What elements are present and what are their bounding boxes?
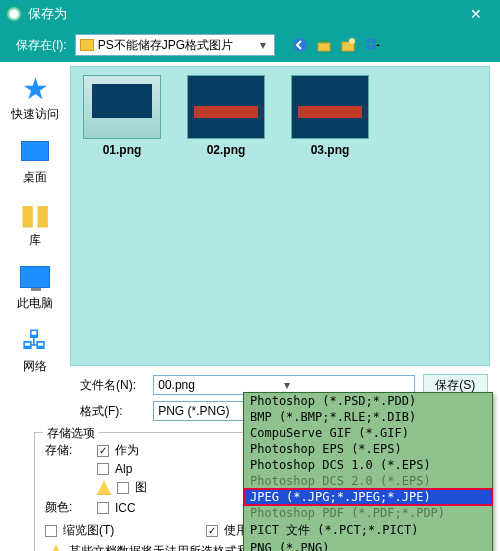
layers-label: 图: [135, 479, 147, 496]
save-in-label: 保存在(I):: [16, 37, 67, 54]
sidebar-quick-access[interactable]: ★ 快速访问: [0, 68, 70, 127]
lowercase-ext-checkbox[interactable]: [206, 525, 218, 537]
file-thumbnail: [291, 75, 369, 139]
app-icon: [6, 6, 22, 22]
thumbnail-label: 缩览图(T): [63, 522, 114, 539]
folder-icon: [80, 39, 94, 51]
sidebar-label: 桌面: [23, 169, 47, 186]
filename-label: 文件名(N):: [80, 377, 145, 394]
format-label: 格式(F):: [80, 403, 145, 420]
layers-checkbox[interactable]: [117, 482, 129, 494]
file-thumbnail: [187, 75, 265, 139]
format-option[interactable]: PICT 文件 (*.PCT;*.PICT): [244, 521, 492, 540]
color-label: 颜色:: [45, 499, 91, 516]
alpha-checkbox[interactable]: [97, 463, 109, 475]
as-copy-checkbox[interactable]: [97, 445, 109, 457]
sidebar-label: 快速访问: [11, 106, 59, 123]
file-thumbnail: [83, 75, 161, 139]
as-copy-label: 作为: [115, 442, 139, 459]
desktop-icon: [19, 135, 51, 167]
format-option[interactable]: BMP (*.BMP;*.RLE;*.DIB): [244, 409, 492, 425]
sidebar-libraries[interactable]: ▮▮ 库: [0, 194, 70, 253]
file-name: 01.png: [103, 143, 142, 157]
sidebar-desktop[interactable]: 桌面: [0, 131, 70, 190]
save-options-label: 存储:: [45, 442, 91, 459]
titlebar: 保存为 ✕: [0, 0, 500, 28]
warning-icon: [49, 545, 63, 552]
format-option[interactable]: Photoshop (*.PSD;*.PDD): [244, 393, 492, 409]
up-one-level-button[interactable]: [315, 36, 333, 54]
file-name: 02.png: [207, 143, 246, 157]
libraries-icon: ▮▮: [19, 198, 51, 230]
thumbnail-checkbox[interactable]: [45, 525, 57, 537]
star-icon: ★: [19, 72, 51, 104]
icc-label: ICC: [115, 501, 136, 515]
svg-rect-6: [366, 45, 370, 49]
options-title: 存储选项: [43, 425, 99, 442]
chevron-down-icon: ▾: [284, 378, 410, 392]
file-item[interactable]: 01.png: [79, 75, 165, 157]
location-bar: 保存在(I): PS不能储存JPG格式图片 ▾: [0, 28, 500, 62]
warning-icon: [97, 481, 111, 495]
file-item[interactable]: 03.png: [287, 75, 373, 157]
icc-checkbox[interactable]: [97, 502, 109, 514]
svg-rect-4: [366, 39, 370, 43]
window-title: 保存为: [28, 5, 458, 23]
new-folder-button[interactable]: [339, 36, 357, 54]
places-sidebar: ★ 快速访问 桌面 ▮▮ 库 此电脑 🖧 网络: [0, 62, 70, 370]
format-option[interactable]: Photoshop DCS 2.0 (*.EPS): [244, 473, 492, 489]
svg-point-0: [293, 38, 307, 52]
sidebar-this-pc[interactable]: 此电脑: [0, 257, 70, 316]
format-option[interactable]: PNG (*.PNG): [244, 540, 492, 551]
svg-rect-7: [372, 45, 376, 49]
format-dropdown-list[interactable]: Photoshop (*.PSD;*.PDD) BMP (*.BMP;*.RLE…: [243, 392, 493, 551]
format-option-selected[interactable]: JPEG (*.JPG;*.JPEG;*.JPE): [244, 489, 492, 505]
svg-rect-1: [318, 43, 330, 51]
filename-value: 00.png: [158, 378, 284, 392]
format-option[interactable]: Photoshop EPS (*.EPS): [244, 441, 492, 457]
sidebar-label: 此电脑: [17, 295, 53, 312]
save-in-value: PS不能储存JPG格式图片: [98, 37, 256, 54]
svg-point-3: [349, 38, 355, 44]
save-in-combo[interactable]: PS不能储存JPG格式图片 ▾: [75, 34, 275, 56]
file-item[interactable]: 02.png: [183, 75, 269, 157]
main-body: ★ 快速访问 桌面 ▮▮ 库 此电脑 🖧 网络 01.png 02.png: [0, 62, 500, 370]
view-menu-button[interactable]: [363, 36, 381, 54]
pc-icon: [19, 261, 51, 293]
svg-rect-5: [372, 39, 376, 43]
sidebar-label: 库: [29, 232, 41, 249]
format-option[interactable]: Photoshop DCS 1.0 (*.EPS): [244, 457, 492, 473]
file-name: 03.png: [311, 143, 350, 157]
network-icon: 🖧: [19, 324, 51, 356]
close-button[interactable]: ✕: [458, 0, 494, 28]
back-button[interactable]: [291, 36, 309, 54]
alpha-label: Alp: [115, 462, 132, 476]
format-option[interactable]: Photoshop PDF (*.PDF;*.PDP): [244, 505, 492, 521]
file-list-pane[interactable]: 01.png 02.png 03.png: [70, 66, 490, 366]
format-option[interactable]: CompuServe GIF (*.GIF): [244, 425, 492, 441]
location-toolbar: [291, 36, 381, 54]
chevron-down-icon: ▾: [256, 38, 270, 52]
